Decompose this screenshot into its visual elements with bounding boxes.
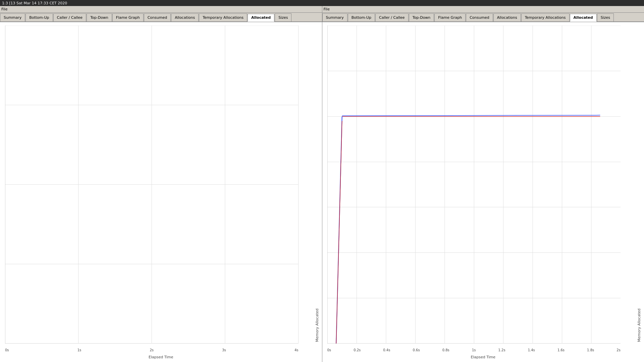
title-text: 1:3 [13 Sat Mar 14 17:33 CET 2020	[2, 1, 67, 5]
red-rise-line-2	[336, 121, 342, 344]
panel-2-chart-area: Memory Allocated	[322, 22, 644, 362]
tab-caller-callee-2[interactable]: Caller / Callee	[375, 13, 409, 21]
blue-top-line-2	[342, 115, 600, 116]
chart-svg-1: 0 B 1.0 GB 2.0 GB 3.0 GB 4.0 GB	[5, 25, 299, 344]
panel-1-chart-area: Memory Allocated	[0, 22, 322, 362]
tab-sizes-2[interactable]: Sizes	[597, 13, 614, 21]
panel-1-menu: File	[0, 6, 322, 13]
tab-bottom-up-2[interactable]: Bottom-Up	[348, 13, 375, 21]
x-axis-labels-1: 0s1s2s3s4s	[5, 348, 299, 352]
tab-temp-alloc-1[interactable]: Temporary Allocations	[199, 13, 247, 21]
tab-temp-alloc-2[interactable]: Temporary Allocations	[521, 13, 570, 21]
tab-consumed-1[interactable]: Consumed	[144, 13, 171, 21]
tab-caller-callee-1[interactable]: Caller / Callee	[53, 13, 87, 21]
tab-summary-1[interactable]: Summary	[0, 13, 25, 21]
panel-2-menu: File	[322, 6, 644, 13]
x-axis-title-2: Elapsed Time	[471, 355, 495, 359]
chart-svg-2: 0 B 20.0 MB 40.0 MB 60.0 MB 80.0 MB 100.…	[327, 25, 621, 344]
tab-allocated-2[interactable]: Allocated	[570, 14, 597, 22]
panel-2: File Summary Bottom-Up Caller / Callee T…	[322, 6, 644, 362]
tab-allocated-1[interactable]: Allocated	[248, 14, 274, 22]
tab-flame-graph-2[interactable]: Flame Graph	[434, 13, 466, 21]
tab-allocations-2[interactable]: Allocations	[493, 13, 521, 21]
y-axis-label-2: Memory Allocated	[637, 22, 641, 342]
tab-bottom-up-1[interactable]: Bottom-Up	[25, 13, 53, 21]
panels-container: File Summary Bottom-Up Caller / Callee T…	[0, 6, 644, 362]
panel-2-tab-bar: Summary Bottom-Up Caller / Callee Top-Do…	[322, 13, 644, 22]
tab-top-down-2[interactable]: Top-Down	[409, 13, 434, 21]
x-axis-labels-2: 0s0.2s0.4s0.6s0.8s1s1.2s1.4s1.6s1.8s2s	[327, 348, 621, 352]
y-axis-label-1: Memory Allocated	[315, 22, 319, 342]
panel-1-menu-label[interactable]: File	[1, 7, 7, 11]
tab-allocations-1[interactable]: Allocations	[171, 13, 199, 21]
title-bar: 1:3 [13 Sat Mar 14 17:33 CET 2020	[0, 0, 644, 6]
x-axis-title-1: Elapsed Time	[149, 355, 173, 359]
panel-1: File Summary Bottom-Up Caller / Callee T…	[0, 6, 322, 362]
panel-2-menu-label[interactable]: File	[324, 7, 330, 11]
tab-consumed-2[interactable]: Consumed	[466, 13, 493, 21]
tab-top-down-1[interactable]: Top-Down	[87, 13, 112, 21]
panel-1-tab-bar: Summary Bottom-Up Caller / Callee Top-Do…	[0, 13, 322, 22]
tab-summary-2[interactable]: Summary	[322, 13, 347, 21]
tab-sizes-1[interactable]: Sizes	[275, 13, 291, 21]
tab-flame-graph-1[interactable]: Flame Graph	[112, 13, 144, 21]
